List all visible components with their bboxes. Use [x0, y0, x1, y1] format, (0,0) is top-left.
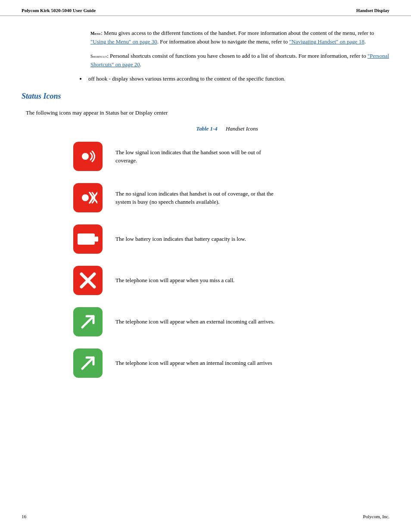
svg-line-8	[82, 316, 93, 327]
battery-desc: The low battery icon indicates that batt…	[115, 235, 246, 243]
menu-link2-end: .	[364, 38, 366, 45]
svg-rect-4	[78, 233, 95, 245]
shortcut-end: .	[140, 61, 141, 68]
bullet-item: off hook - display shows various terms a…	[86, 75, 389, 83]
menu-link2[interactable]: "Navigating Handset" on page 18	[289, 38, 364, 45]
svg-point-0	[82, 153, 89, 160]
internal-call-desc: The telephone icon will appear when an i…	[115, 359, 272, 367]
table-caption-text: Handset Icons	[226, 125, 258, 132]
icon-row-internal-call: The telephone icon will appear when an i…	[73, 348, 389, 378]
icon-row-battery: The low battery icon indicates that batt…	[73, 224, 389, 254]
footer-company: Polycom, Inc.	[363, 514, 389, 519]
internal-call-icon-box	[73, 348, 103, 378]
battery-icon	[77, 233, 99, 245]
menu-label: Menu	[90, 31, 101, 36]
signal-none-icon	[78, 188, 97, 207]
missed-call-icon	[78, 271, 98, 290]
table-caption: Table 1-4 Handset Icons	[65, 125, 389, 132]
icon-row-missed-call: The telephone icon will appear when you …	[73, 266, 389, 295]
icon-row-signal-low: The low signal icon indicates that the h…	[73, 142, 389, 171]
signal-none-desc: The no signal icon indicates that handse…	[115, 190, 279, 206]
menu-text: : Menu gives access to the different fun…	[101, 30, 374, 36]
page: Polycom Kirk 5020-5040 User Guide Handse…	[0, 0, 411, 532]
signal-none-icon-box	[73, 183, 103, 212]
external-call-icon	[78, 312, 98, 332]
external-call-desc: The telephone icon will appear when an e…	[115, 317, 274, 326]
page-header: Polycom Kirk 5020-5040 User Guide Handse…	[0, 0, 411, 16]
shortcut-text: : Personal shortcuts consist of function…	[107, 53, 367, 59]
menu-link1-text: . For information about how to navigate …	[157, 38, 290, 45]
footer-page-number: 16	[22, 514, 26, 519]
bullet-list: off hook - display shows various terms a…	[78, 75, 389, 83]
icon-row-external-call: The telephone icon will appear when an e…	[73, 307, 389, 336]
menu-link1[interactable]: "Using the Menu" on page 30	[90, 38, 157, 45]
header-right: Handset Display	[356, 8, 389, 13]
icon-row-signal-none: The no signal icon indicates that handse…	[73, 183, 389, 212]
signal-low-desc: The low signal icon indicates that the h…	[115, 148, 279, 165]
shortcut-paragraph: Shortcut: Personal shortcuts consist of …	[90, 52, 389, 68]
shortcut-label: Shortcut	[90, 54, 107, 59]
signal-low-icon-box	[73, 142, 103, 171]
svg-line-9	[82, 358, 93, 369]
header-left: Polycom Kirk 5020-5040 User Guide	[22, 8, 96, 13]
missed-call-icon-box	[73, 266, 103, 295]
battery-icon-box	[73, 224, 103, 254]
main-content: Menu: Menu gives access to the different…	[0, 16, 411, 416]
internal-call-icon	[78, 353, 98, 373]
missed-call-desc: The telephone icon will appear when you …	[115, 276, 235, 285]
external-call-icon-box	[73, 307, 103, 336]
section-intro: The following icons may appear in Status…	[26, 109, 389, 117]
svg-rect-5	[95, 236, 98, 242]
signal-low-icon	[78, 147, 97, 166]
page-footer: 16 Polycom, Inc.	[0, 510, 411, 523]
svg-point-1	[82, 194, 89, 201]
menu-paragraph: Menu: Menu gives access to the different…	[90, 29, 389, 46]
section-heading: Status Icons	[22, 92, 389, 101]
table-caption-label: Table 1-4	[196, 125, 218, 132]
